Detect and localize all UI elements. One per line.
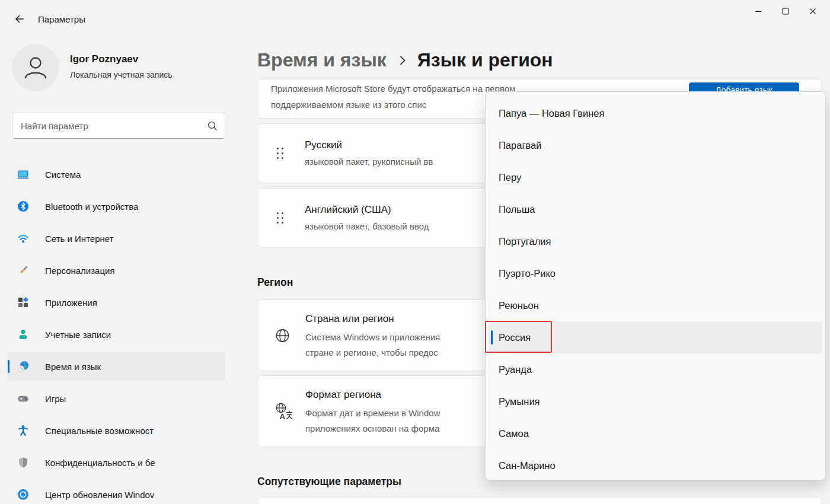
country-option[interactable]: Румыния [486, 385, 825, 417]
country-option-selected[interactable]: Россия [489, 321, 822, 353]
language-details: языковой пакет, рукописный вв [305, 155, 433, 169]
related-settings-card[interactable] [257, 497, 822, 504]
sidebar-item-label: Центр обновления Windov [45, 490, 154, 500]
setting-title: Страна или регион [305, 312, 440, 326]
sidebar-item-label: Приложения [45, 298, 97, 308]
sidebar-nav: Система Bluetooth и устройства Сеть и Ин… [0, 160, 237, 504]
sidebar-item-windows-update[interactable]: Центр обновления Windov [7, 480, 225, 504]
sidebar-item-label: Bluetooth и устройства [45, 202, 138, 212]
selection-pill [491, 330, 493, 344]
country-option[interactable]: Сан-Марино [486, 449, 825, 480]
window-controls [745, 0, 826, 23]
profile-name: Igor Poznyaev [70, 53, 138, 65]
close-button[interactable] [799, 0, 826, 23]
profile-account-type: Локальная учетная запись [70, 70, 173, 79]
gaming-icon [17, 393, 29, 404]
region-section-heading: Регион [257, 276, 293, 289]
selected-indicator-pill [8, 360, 9, 373]
maximize-icon [782, 8, 789, 15]
minimize-icon [755, 8, 762, 15]
sidebar-item-network[interactable]: Сеть и Интернет [7, 224, 225, 253]
related-settings-heading: Сопутствующие параметры [257, 476, 401, 488]
country-option[interactable]: Польша [486, 193, 825, 225]
svg-text:A: A [280, 412, 286, 421]
translate-format-icon: A [274, 402, 293, 421]
avatar [12, 44, 59, 91]
setting-desc-2: стране и регионе, чтобы предос [305, 345, 440, 361]
country-option[interactable]: Папуа — Новая Гвинея [486, 97, 825, 129]
sidebar-item-personalization[interactable]: Персонализация [7, 256, 225, 285]
sidebar-item-label: Игры [45, 394, 66, 404]
sidebar-item-label: Время и язык [45, 362, 101, 372]
privacy-icon [17, 457, 29, 468]
system-icon [17, 168, 29, 180]
back-button[interactable] [11, 11, 28, 27]
search-icon [207, 120, 218, 131]
country-option[interactable]: Реюньон [486, 289, 825, 321]
language-name: Русский [305, 138, 433, 152]
setting-desc-2: приложениях основан на форма [305, 421, 440, 436]
search-box [12, 113, 225, 139]
person-icon [22, 54, 49, 81]
country-option[interactable]: Самоа [486, 417, 825, 449]
country-dropdown: Папуа — Новая Гвинея Парагвай Перу Польш… [485, 91, 826, 480]
drag-handle-icon[interactable] [277, 148, 283, 159]
accessibility-icon [17, 425, 29, 436]
sidebar-item-label: Учетные записи [45, 330, 111, 340]
sidebar-item-privacy[interactable]: Конфиденциальность и бе [7, 448, 225, 477]
minimize-button[interactable] [745, 0, 772, 23]
country-option[interactable]: Перу [486, 161, 825, 193]
sidebar-item-accounts[interactable]: Учетные записи [7, 320, 225, 349]
setting-desc-1: Формат дат и времени в Window [305, 406, 440, 421]
language-name: Английский (США) [305, 203, 429, 217]
country-option[interactable]: Пуэрто-Рико [486, 257, 825, 289]
sidebar-item-system[interactable]: Система [7, 160, 225, 189]
accounts-icon [17, 328, 29, 340]
page-title: Язык и регион [417, 49, 553, 71]
app-title: Параметры [38, 14, 85, 24]
breadcrumb: Время и язык Язык и регион [257, 46, 553, 74]
sidebar-item-label: Система [45, 170, 81, 180]
network-icon [17, 232, 29, 244]
sidebar-item-accessibility[interactable]: Специальные возможност [7, 416, 225, 445]
country-option[interactable]: Парагвай [486, 129, 825, 161]
sidebar-item-label: Конфиденциальность и бе [45, 458, 155, 468]
back-arrow-icon [14, 13, 25, 25]
maximize-button[interactable] [772, 0, 799, 23]
country-option[interactable]: Португалия [486, 225, 825, 257]
drag-handle-icon[interactable] [277, 212, 283, 224]
sidebar-item-label: Специальные возможност [45, 426, 154, 436]
sidebar-item-apps[interactable]: Приложения [7, 288, 225, 317]
sidebar-item-bluetooth[interactable]: Bluetooth и устройства [7, 192, 225, 221]
sidebar-item-gaming[interactable]: Игры [7, 384, 225, 413]
apps-icon [17, 296, 29, 308]
globe-icon [274, 327, 290, 343]
time-language-icon [17, 361, 29, 372]
breadcrumb-parent[interactable]: Время и язык [257, 49, 387, 71]
close-icon [809, 8, 816, 15]
country-option[interactable]: Руанда [486, 353, 825, 385]
chevron-right-icon [397, 54, 408, 67]
setting-title: Формат региона [305, 388, 440, 402]
sidebar-item-label: Персонализация [45, 266, 115, 276]
country-option-label: Россия [499, 332, 531, 343]
language-details: языковой пакет, базовый ввод [305, 219, 429, 234]
personalization-icon [17, 264, 29, 276]
sidebar-item-time-language[interactable]: Время и язык [7, 352, 225, 381]
bluetooth-icon [17, 200, 29, 212]
search-input[interactable] [12, 113, 225, 138]
setting-desc-1: Система Windows и приложения [305, 330, 440, 345]
sidebar-item-label: Сеть и Интернет [45, 234, 114, 244]
windows-update-icon [17, 489, 29, 500]
